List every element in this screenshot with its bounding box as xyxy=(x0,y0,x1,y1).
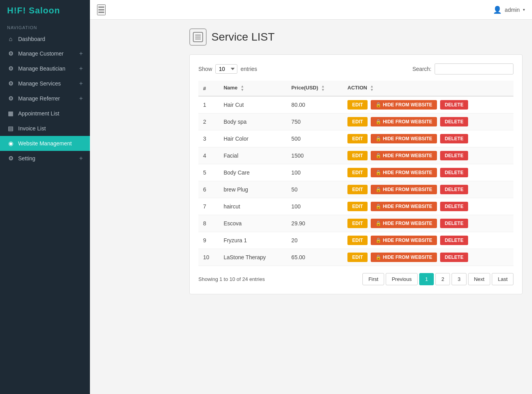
cell-price: 20 xyxy=(287,232,343,249)
sidebar-item-website-management[interactable]: ◉ Website Management xyxy=(0,136,90,151)
sidebar-item-invoice-list[interactable]: ▤ Invoice List xyxy=(0,121,90,136)
gear-icon: ⚙ xyxy=(7,155,14,162)
hide-button[interactable]: 🔒 HIDE FROM WEBSITE xyxy=(371,219,437,228)
delete-button[interactable]: DELETE xyxy=(440,151,468,160)
hide-button[interactable]: 🔒 HIDE FROM WEBSITE xyxy=(371,168,437,177)
hide-button[interactable]: 🔒 HIDE FROM WEBSITE xyxy=(371,117,437,126)
hide-button[interactable]: 🔒 HIDE FROM WEBSITE xyxy=(371,151,437,160)
cell-name: Hair Color xyxy=(219,130,287,147)
hide-button[interactable]: 🔒 HIDE FROM WEBSITE xyxy=(371,100,437,110)
sidebar-item-label: Website Management xyxy=(18,140,72,147)
cell-action: EDIT 🔒 HIDE FROM WEBSITE DELETE xyxy=(343,215,513,232)
cell-name: Body Care xyxy=(219,164,287,181)
col-name[interactable]: Name ▲▼ xyxy=(219,81,287,96)
delete-button[interactable]: DELETE xyxy=(440,219,468,228)
hide-button[interactable]: 🔒 HIDE FROM WEBSITE xyxy=(371,236,437,245)
edit-button[interactable]: EDIT xyxy=(347,168,368,177)
sidebar-item-label: Manage Beautician xyxy=(18,65,65,72)
sidebar-item-dashboard[interactable]: ⌂ Dashboard xyxy=(0,32,90,46)
table-row: 8 Escova 29.90 EDIT 🔒 HIDE FROM WEBSITE … xyxy=(198,215,513,232)
hide-button[interactable]: 🔒 HIDE FROM WEBSITE xyxy=(371,202,437,211)
user-icon: 👤 xyxy=(493,6,502,14)
show-label: Show xyxy=(198,66,212,72)
col-price[interactable]: Price(USD) ▲▼ xyxy=(287,81,343,96)
edit-button[interactable]: EDIT xyxy=(347,117,368,126)
cell-price: 80.00 xyxy=(287,96,343,113)
delete-button[interactable]: DELETE xyxy=(440,253,468,262)
user-menu[interactable]: 👤 admin ▾ xyxy=(493,6,525,14)
cell-action: EDIT 🔒 HIDE FROM WEBSITE DELETE xyxy=(343,96,513,113)
page-1-button[interactable]: 1 xyxy=(419,273,434,285)
cell-price: 29.90 xyxy=(287,215,343,232)
delete-button[interactable]: DELETE xyxy=(440,185,468,194)
table-row: 2 Body spa 750 EDIT 🔒 HIDE FROM WEBSITE … xyxy=(198,113,513,130)
search-input[interactable] xyxy=(435,63,513,74)
show-entries-control: Show 10 25 50 100 entries xyxy=(198,64,257,74)
cell-action: EDIT 🔒 HIDE FROM WEBSITE DELETE xyxy=(343,181,513,198)
delete-button[interactable]: DELETE xyxy=(440,100,468,110)
edit-button[interactable]: EDIT xyxy=(347,202,368,211)
cell-price: 100 xyxy=(287,198,343,215)
last-page-button[interactable]: Last xyxy=(492,273,513,285)
cell-price: 750 xyxy=(287,113,343,130)
cell-num: 2 xyxy=(198,113,219,130)
delete-button[interactable]: DELETE xyxy=(440,236,468,245)
previous-page-button[interactable]: Previous xyxy=(386,273,418,285)
hide-button[interactable]: 🔒 HIDE FROM WEBSITE xyxy=(371,134,437,143)
table-row: 9 Fryzura 1 20 EDIT 🔒 HIDE FROM WEBSITE … xyxy=(198,232,513,249)
hide-button[interactable]: 🔒 HIDE FROM WEBSITE xyxy=(371,185,437,194)
sort-icon-price: ▲▼ xyxy=(321,85,325,92)
pagination-area: Showing 1 to 10 of 24 entries First Prev… xyxy=(198,273,513,285)
edit-button[interactable]: EDIT xyxy=(347,185,368,194)
service-table: # Name ▲▼ Price(USD) ▲▼ ACTION ▲▼ 1 Hair… xyxy=(198,81,513,266)
entries-label: entries xyxy=(241,66,257,72)
delete-button[interactable]: DELETE xyxy=(440,202,468,211)
edit-button[interactable]: EDIT xyxy=(347,151,368,160)
sidebar-item-label: Manage Services xyxy=(18,80,61,87)
sidebar-item-manage-beautician[interactable]: ⚙ Manage Beautician + xyxy=(0,61,90,76)
cell-name: Hair Cut xyxy=(219,96,287,113)
table-row: 6 brew Plug 50 EDIT 🔒 HIDE FROM WEBSITE … xyxy=(198,181,513,198)
edit-button[interactable]: EDIT xyxy=(347,236,368,245)
table-row: 4 Facial 1500 EDIT 🔒 HIDE FROM WEBSITE D… xyxy=(198,147,513,164)
cell-price: 100 xyxy=(287,164,343,181)
delete-button[interactable]: DELETE xyxy=(440,117,468,126)
invoice-icon: ▤ xyxy=(7,125,14,132)
cell-num: 9 xyxy=(198,232,219,249)
nav-label: NAVIGATION xyxy=(0,21,90,32)
brand-logo[interactable]: H!F! Saloon xyxy=(0,0,90,21)
plus-icon: + xyxy=(79,50,83,57)
table-row: 7 haircut 100 EDIT 🔒 HIDE FROM WEBSITE D… xyxy=(198,198,513,215)
edit-button[interactable]: EDIT xyxy=(347,134,368,143)
entries-select[interactable]: 10 25 50 100 xyxy=(215,64,237,74)
sidebar-item-manage-services[interactable]: ⚙ Manage Services + xyxy=(0,76,90,91)
page-3-button[interactable]: 3 xyxy=(452,273,466,285)
pagination-buttons: First Previous 1 2 3 Next Last xyxy=(362,273,513,285)
hamburger-button[interactable]: ☰ xyxy=(97,4,106,15)
sidebar-item-manage-referrer[interactable]: ⚙ Manage Referrer + xyxy=(0,91,90,106)
delete-button[interactable]: DELETE xyxy=(440,168,468,177)
next-page-button[interactable]: Next xyxy=(468,273,491,285)
delete-button[interactable]: DELETE xyxy=(440,134,468,143)
cell-action: EDIT 🔒 HIDE FROM WEBSITE DELETE xyxy=(343,198,513,215)
col-num: # xyxy=(198,81,219,96)
sidebar-item-setting[interactable]: ⚙ Setting + xyxy=(0,151,90,166)
table-header-row: # Name ▲▼ Price(USD) ▲▼ ACTION ▲▼ xyxy=(198,81,513,96)
sidebar-item-label: Invoice List xyxy=(18,125,46,132)
hide-button[interactable]: 🔒 HIDE FROM WEBSITE xyxy=(371,253,437,262)
edit-button[interactable]: EDIT xyxy=(347,100,368,110)
col-action[interactable]: ACTION ▲▼ xyxy=(343,81,513,96)
cell-num: 7 xyxy=(198,198,219,215)
sidebar-item-appointment-list[interactable]: ▦ Appointment List xyxy=(0,106,90,121)
page-header: Service LIST xyxy=(189,28,523,46)
table-controls: Show 10 25 50 100 entries Search: xyxy=(198,63,513,74)
cell-num: 8 xyxy=(198,215,219,232)
sort-icon-name: ▲▼ xyxy=(241,85,244,92)
gear-icon: ⚙ xyxy=(7,95,14,102)
first-page-button[interactable]: First xyxy=(362,273,384,285)
home-icon: ⌂ xyxy=(7,35,14,42)
page-2-button[interactable]: 2 xyxy=(435,273,450,285)
edit-button[interactable]: EDIT xyxy=(347,219,368,228)
edit-button[interactable]: EDIT xyxy=(347,253,368,262)
sidebar-item-manage-customer[interactable]: ⚙ Manage Customer + xyxy=(0,46,90,61)
